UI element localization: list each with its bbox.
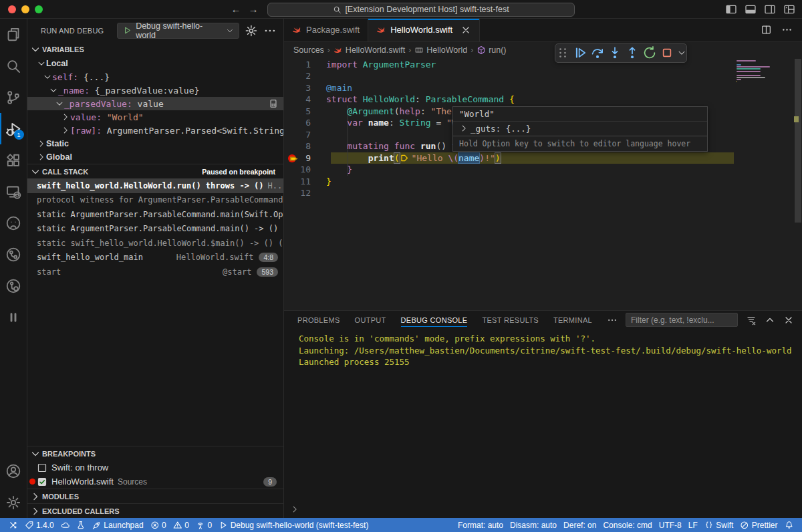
- call-stack-section-header[interactable]: CALL STACK Paused on breakpoint: [27, 164, 283, 178]
- activity-item-commit-graph[interactable]: [0, 239, 27, 270]
- clear-filter-icon[interactable]: [746, 315, 757, 325]
- sidebar-more-actions-button[interactable]: [263, 24, 277, 37]
- back-button[interactable]: ←: [229, 3, 243, 16]
- status-language-mode[interactable]: Swift: [701, 518, 737, 532]
- call-stack-frame[interactable]: protocol witness for ArgumentParser.Pars…: [27, 193, 283, 208]
- status-format-mode[interactable]: Format: auto: [454, 518, 507, 532]
- status-prettier[interactable]: Prettier: [737, 518, 781, 532]
- call-stack-frame[interactable]: start@start593: [27, 265, 283, 279]
- variable-row[interactable]: _name: {_parsedValue:value}: [27, 84, 283, 97]
- stop-button[interactable]: [660, 45, 674, 60]
- tab-helloworld-swift[interactable]: HelloWorld.swift: [368, 19, 480, 41]
- toggle-secondary-sidebar-button[interactable]: [764, 3, 776, 15]
- status-tests[interactable]: [73, 518, 89, 532]
- status-eol[interactable]: LF: [685, 518, 701, 532]
- status-disasm-mode[interactable]: Disasm: auto: [507, 518, 560, 532]
- activity-item-manage-settings[interactable]: [0, 487, 27, 518]
- status-publish[interactable]: [57, 518, 74, 532]
- breadcrumb-item[interactable]: HelloWorld.swift: [333, 45, 405, 55]
- breakpoints-section-header[interactable]: BREAKPOINTS: [27, 446, 283, 460]
- tab-package-swift[interactable]: Package.swift: [284, 19, 368, 41]
- activity-item-extensions[interactable]: [0, 144, 27, 176]
- customize-layout-button[interactable]: [783, 3, 795, 15]
- status-version-tag[interactable]: 1.4.0: [21, 518, 57, 532]
- status-notifications[interactable]: [781, 518, 797, 532]
- console-filter-input[interactable]: [626, 313, 738, 327]
- panel-tab-problems[interactable]: PROBLEMS: [297, 311, 340, 329]
- breadcrumb-item[interactable]: run(): [477, 45, 506, 55]
- panel-tab-debug-console[interactable]: DEBUG CONSOLE: [401, 311, 468, 329]
- panel-tab-terminal[interactable]: TERMINAL: [553, 311, 592, 329]
- call-stack-frame[interactable]: static ArgumentParser.ParsableCommand.ma…: [27, 222, 283, 237]
- step-into-button[interactable]: [608, 45, 622, 60]
- variable-row[interactable]: Static: [27, 137, 283, 150]
- toolbar-chevron-icon[interactable]: [677, 45, 686, 60]
- variable-row[interactable]: Local: [27, 57, 283, 70]
- editor-more-actions-button[interactable]: [781, 24, 793, 35]
- breakpoint-row[interactable]: HelloWorld.swiftSources9: [27, 475, 283, 489]
- status-warnings[interactable]: 0: [170, 518, 192, 532]
- status-console-mode[interactable]: Console: cmd: [599, 518, 655, 532]
- debug-settings-gear-button[interactable]: [245, 24, 258, 37]
- variable-row[interactable]: _parsedValue: value: [27, 97, 283, 110]
- activity-item-search[interactable]: [0, 50, 27, 82]
- activity-item-source-control[interactable]: [0, 82, 27, 113]
- start-debug-icon[interactable]: [123, 26, 132, 35]
- debug-config-dropdown[interactable]: Debug swift-hello-world: [117, 23, 239, 39]
- hover-child-row[interactable]: _guts: {...}: [453, 122, 707, 136]
- variable-row[interactable]: self: {...}: [27, 70, 283, 84]
- panel-more-actions-icon[interactable]: [607, 315, 618, 325]
- restart-button[interactable]: [642, 45, 657, 60]
- continue-button[interactable]: [573, 45, 587, 60]
- status-launchpad[interactable]: Launchpad: [89, 518, 147, 532]
- variable-row[interactable]: Global: [27, 150, 283, 164]
- toggle-primary-sidebar-button[interactable]: [725, 3, 737, 15]
- close-window-button[interactable]: [8, 5, 16, 13]
- activity-item-pause-extension[interactable]: [0, 301, 27, 333]
- current-breakpoint-icon[interactable]: [288, 154, 299, 163]
- console-input-chevron-icon[interactable]: [290, 505, 299, 514]
- binary-view-icon[interactable]: [269, 99, 278, 108]
- activity-item-remote-explorer[interactable]: [0, 176, 27, 207]
- activity-item-explorer[interactable]: [0, 19, 27, 50]
- breadcrumb-item[interactable]: Sources: [293, 45, 324, 55]
- zoom-window-button[interactable]: [35, 5, 43, 13]
- activity-item-accounts[interactable]: [0, 455, 27, 487]
- status-encoding[interactable]: UTF-8: [656, 518, 685, 532]
- activity-item-run-and-debug[interactable]: 1: [0, 113, 27, 144]
- step-out-button[interactable]: [625, 45, 640, 60]
- variable-row[interactable]: [raw]: ArgumentParser.Parsed<Swift.Strin…: [27, 124, 283, 137]
- status-debug-session[interactable]: Debug swift-hello-world (swift-test-fest…: [215, 518, 372, 532]
- excluded-callers-section-header[interactable]: EXCLUDED CALLERS: [27, 503, 283, 518]
- command-center-search[interactable]: [Extension Development Host] swift-test-…: [267, 3, 575, 17]
- panel-tab-output[interactable]: OUTPUT: [355, 311, 386, 329]
- step-over-button[interactable]: [590, 45, 605, 60]
- breakpoint-row[interactable]: Swift: on throw: [27, 460, 283, 475]
- activity-item-github[interactable]: [0, 207, 27, 239]
- minimap[interactable]: [737, 60, 793, 86]
- modules-section-header[interactable]: MODULES: [27, 489, 283, 503]
- checkbox-checked-icon[interactable]: [37, 477, 47, 487]
- call-stack-frame[interactable]: static swift_hello_world.HelloWorld.$mai…: [27, 236, 283, 251]
- editor-scrollbar[interactable]: [794, 59, 802, 310]
- variables-section-header[interactable]: VARIABLES: [27, 42, 283, 57]
- panel-tab-test-results[interactable]: TEST RESULTS: [482, 311, 539, 329]
- status-ports[interactable]: 0: [192, 518, 215, 532]
- status-remote-indicator[interactable]: [5, 518, 21, 532]
- maximize-panel-icon[interactable]: [765, 315, 775, 325]
- activity-item-extension-graph[interactable]: [0, 270, 27, 301]
- toggle-panel-button[interactable]: [745, 3, 757, 15]
- breadcrumb-item[interactable]: HelloWorld: [414, 45, 467, 55]
- status-errors[interactable]: 0: [147, 518, 170, 532]
- split-editor-button[interactable]: [761, 24, 772, 35]
- checkbox-unchecked-icon[interactable]: [37, 462, 47, 473]
- call-stack-frame[interactable]: swift_hello_world_mainHelloWorld.swift4:…: [27, 251, 283, 265]
- close-icon[interactable]: [460, 25, 471, 35]
- variable-row[interactable]: value: "World": [27, 110, 283, 124]
- minimize-window-button[interactable]: [21, 5, 29, 13]
- close-panel-icon[interactable]: [783, 315, 794, 325]
- status-deref-mode[interactable]: Deref: on: [560, 518, 599, 532]
- forward-button[interactable]: →: [246, 3, 261, 16]
- call-stack-frame[interactable]: static ArgumentParser.ParsableCommand.ma…: [27, 207, 283, 222]
- code-editor[interactable]: 1import ArgumentParser23@main4struct Hel…: [284, 59, 802, 310]
